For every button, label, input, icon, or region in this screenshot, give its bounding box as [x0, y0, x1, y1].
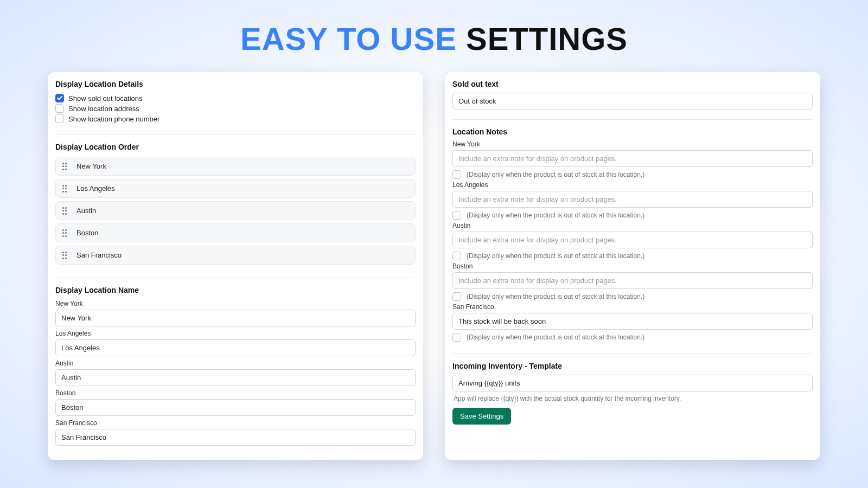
order-item-label: San Francisco	[76, 251, 122, 259]
drag-handle-icon[interactable]	[62, 207, 69, 215]
right-panel: Sold out text Location Notes New York (D…	[445, 72, 820, 460]
heading-sold-out: Sold out text	[452, 80, 813, 88]
heading-display-order: Display Location Order	[55, 143, 416, 151]
note-input-1[interactable]	[452, 191, 813, 208]
note-label: New York	[452, 140, 813, 148]
note-checkbox-0[interactable]	[452, 170, 461, 179]
heading-display-details: Display Location Details	[55, 80, 416, 88]
drag-handle-icon[interactable]	[62, 229, 69, 237]
checkbox-label: Show location address	[68, 105, 139, 113]
note-label: Austin	[452, 222, 813, 229]
note-hint: (Display only when the product is out of…	[467, 171, 644, 178]
heading-incoming: Incoming Inventory - Template	[452, 362, 813, 370]
section-display-order: Display Location Order New YorkLos Angel…	[55, 134, 416, 273]
save-button[interactable]: Save Settings	[452, 408, 511, 425]
order-item-label: Austin	[76, 207, 96, 215]
order-item-label: New York	[76, 162, 106, 170]
name-input-1[interactable]	[55, 339, 416, 356]
sold-out-input[interactable]	[452, 93, 813, 110]
section-display-names: Display Location Name New YorkLos Angele…	[55, 278, 416, 451]
note-label: Boston	[452, 262, 813, 270]
drag-handle-icon[interactable]	[62, 252, 69, 259]
name-input-2[interactable]	[55, 369, 416, 386]
name-input-4[interactable]	[55, 429, 416, 446]
section-location-notes: Location Notes New York (Display only wh…	[452, 119, 813, 349]
name-input-3[interactable]	[55, 399, 416, 416]
checkbox-label: Show sold out locations	[68, 94, 143, 102]
note-hint: (Display only when the product is out of…	[467, 252, 644, 260]
note-input-4[interactable]	[452, 313, 813, 330]
note-checkbox-3[interactable]	[452, 292, 461, 301]
note-input-0[interactable]	[452, 150, 813, 167]
title-blue: EASY TO USE	[240, 21, 457, 56]
checkbox-0[interactable]	[55, 94, 64, 102]
incoming-helper: App will replace {{qty}} with the actual…	[452, 395, 813, 402]
incoming-input[interactable]	[452, 375, 813, 391]
name-label: New York	[55, 300, 416, 307]
order-item-label: Los Angeles	[76, 184, 115, 192]
left-panel: Display Location Details Show sold out l…	[48, 72, 423, 460]
checkbox-2[interactable]	[55, 114, 64, 123]
title-black: SETTINGS	[466, 21, 628, 56]
note-checkbox-1[interactable]	[452, 211, 461, 220]
drag-handle-icon[interactable]	[62, 163, 69, 170]
page-title: EASY TO USE SETTINGS	[0, 0, 868, 72]
order-item-label: Boston	[76, 229, 98, 237]
order-item[interactable]: New York	[55, 157, 416, 176]
note-hint: (Display only when the product is out of…	[467, 333, 644, 341]
checkbox-1[interactable]	[55, 104, 64, 113]
section-sold-out: Sold out text	[452, 80, 813, 115]
section-incoming: Incoming Inventory - Template App will r…	[452, 354, 813, 430]
name-input-0[interactable]	[55, 310, 416, 326]
note-checkbox-2[interactable]	[452, 252, 461, 260]
note-label: Los Angeles	[452, 181, 813, 189]
checkbox-label: Show location phone number	[68, 115, 159, 123]
name-label: Boston	[55, 389, 416, 397]
order-item[interactable]: Boston	[55, 223, 416, 242]
name-label: San Francisco	[55, 419, 416, 427]
note-checkbox-4[interactable]	[452, 333, 461, 342]
note-hint: (Display only when the product is out of…	[467, 211, 644, 219]
note-input-3[interactable]	[452, 272, 813, 289]
name-label: Austin	[55, 359, 416, 367]
name-label: Los Angeles	[55, 330, 416, 337]
order-item[interactable]: San Francisco	[55, 246, 416, 265]
note-input-2[interactable]	[452, 232, 813, 248]
drag-handle-icon[interactable]	[62, 185, 69, 192]
order-item[interactable]: Austin	[55, 201, 416, 220]
order-item[interactable]: Los Angeles	[55, 179, 416, 198]
heading-location-notes: Location Notes	[452, 127, 813, 136]
note-hint: (Display only when the product is out of…	[467, 293, 644, 300]
note-label: San Francisco	[452, 303, 813, 311]
section-display-details: Display Location Details Show sold out l…	[55, 80, 416, 130]
heading-display-names: Display Location Name	[55, 286, 416, 294]
